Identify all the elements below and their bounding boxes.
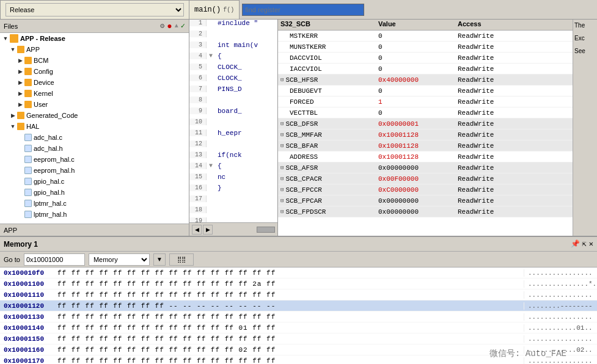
- reg-access: ReadWrite: [455, 197, 573, 205]
- register-row[interactable]: VECTTBL 0 ReadWrite: [278, 107, 573, 118]
- tree-item-gpio-c[interactable]: gpio_hal.c: [0, 176, 189, 187]
- tree-item-device[interactable]: ▶ Device: [0, 77, 189, 88]
- mem-addr: 0x10001170: [0, 357, 55, 365]
- tree-item-config[interactable]: ▶ Config: [0, 66, 189, 77]
- find-register-input[interactable]: [242, 4, 364, 16]
- goto-input[interactable]: [24, 253, 85, 266]
- folder-icon-user: [24, 101, 32, 108]
- tree-item-eeprom-c[interactable]: eeprom_hal.c: [0, 154, 189, 165]
- tree-item-app[interactable]: ▼ APP: [0, 44, 189, 55]
- tree-item-adc-h[interactable]: adc_hal.h: [0, 143, 189, 154]
- nav-right-btn[interactable]: ▶: [203, 225, 213, 235]
- tree-item-gpio-h[interactable]: gpio_hal.h: [0, 187, 189, 198]
- reg-expand-icon[interactable]: ⊟: [280, 208, 284, 215]
- register-row[interactable]: DEBUGEVT 0 ReadWrite: [278, 86, 573, 96]
- memory-row: 0x10001160 ff ff ff ff ff ff ff ff ff ff…: [0, 344, 597, 355]
- mem-ascii: ...............*.: [524, 280, 597, 288]
- reg-expand-icon[interactable]: ⊟: [280, 186, 284, 193]
- register-row[interactable]: FORCED 1 ReadWrite: [278, 96, 573, 107]
- folder-icon-app-release: [10, 34, 18, 43]
- reg-name-text: FORCED: [290, 98, 314, 106]
- reg-name: ⊟ SCB_CPACR: [278, 175, 376, 183]
- mem-bytes: ff ff ff ff ff ff ff ff ff ff ff ff ff 0…: [55, 324, 524, 332]
- register-row[interactable]: ⊟ SCB_FPCCR 0xC0000000 ReadWrite: [278, 184, 573, 195]
- register-row[interactable]: ⊟ SCB_HFSR 0x40000000 ReadWrite: [278, 75, 573, 86]
- tree-item-kernel[interactable]: ▶ Kernel: [0, 88, 189, 99]
- file-tree-header: Files ⚙ ● ▲ ✓: [0, 20, 189, 33]
- code-line: 10: [189, 118, 277, 129]
- memory-float-icon[interactable]: ⇱: [582, 239, 587, 249]
- reg-name: ⊟ SCB_BFAR: [278, 142, 376, 150]
- expand-icon-user: ▶: [17, 101, 23, 107]
- line-code: #include ": [215, 20, 258, 27]
- register-row[interactable]: ⊟ SCB_BFAR 0x10001128 ReadWrite: [278, 140, 573, 151]
- register-row[interactable]: ⊟ SCB_CPACR 0x00F00000 ReadWrite: [278, 173, 573, 184]
- register-row[interactable]: ADDRESS 0x10001128 ReadWrite: [278, 151, 573, 162]
- register-row[interactable]: ⊟ SCB_FPCAR 0x00000000 ReadWrite: [278, 195, 573, 206]
- memory-columns-btn[interactable]: ⣿⣿: [169, 253, 194, 266]
- reg-expand-icon[interactable]: ⊟: [280, 120, 284, 127]
- reg-value: 0: [376, 87, 455, 95]
- register-row[interactable]: ⊟ SCB_MMFAR 0x10001128 ReadWrite: [278, 129, 573, 140]
- file-tree-bottom: APP: [0, 224, 189, 236]
- tree-item-hal[interactable]: ▼ HAL: [0, 121, 189, 132]
- reg-name-text: ADDRESS: [290, 153, 318, 161]
- tree-item-adc-c[interactable]: adc_hal.c: [0, 132, 189, 143]
- reg-access: ReadWrite: [455, 164, 573, 172]
- register-row[interactable]: MUNSTKERR 0 ReadWrite: [278, 42, 573, 53]
- tree-item-eeprom-h[interactable]: eeprom_hal.h: [0, 165, 189, 176]
- nav-left-btn[interactable]: ◀: [192, 225, 202, 235]
- tree-item-app-release[interactable]: ▼ APP - Release: [0, 33, 189, 44]
- reg-expand-icon[interactable]: ⊟: [280, 131, 284, 138]
- expand-icon-hal: ▼: [10, 123, 16, 129]
- reg-expand-icon[interactable]: ⊟: [280, 142, 284, 149]
- memory-type-select[interactable]: Memory: [89, 253, 150, 266]
- memory-row: 0x10001100 ff ff ff ff ff ff ff ff ff ff…: [0, 278, 597, 289]
- reg-name: ⊟ SCB_FPDSCR: [278, 208, 376, 216]
- memory-panel: Memory 1 📌 ⇱ ✕ Go to Memory ▼ ⣿⣿ 0x10001…: [0, 236, 597, 364]
- reg-name-text: SCB_FPCAR: [285, 197, 321, 205]
- reg-expand-icon[interactable]: ⊟: [280, 76, 284, 83]
- release-dropdown-container[interactable]: Release: [0, 0, 189, 19]
- mem-ascii: ................: [524, 357, 597, 365]
- reg-value: 0: [376, 109, 455, 117]
- memory-nav-down-btn[interactable]: ▼: [153, 253, 166, 266]
- reg-access: ReadWrite: [455, 54, 573, 62]
- tree-item-generated[interactable]: ▶ Generated_Code: [0, 110, 189, 121]
- register-row[interactable]: IACCVIOL 0 ReadWrite: [278, 64, 573, 75]
- register-row[interactable]: ⊟ SCB_AFSR 0x00000000 ReadWrite: [278, 162, 573, 173]
- tree-item-lptmr-c[interactable]: lptmr_hal.c: [0, 198, 189, 209]
- tree-item-user[interactable]: ▶ User: [0, 99, 189, 110]
- bottom-label: APP: [4, 227, 17, 234]
- tree-item-bcm[interactable]: ▶ BCM: [0, 55, 189, 66]
- register-row[interactable]: MSTKERR 0 ReadWrite: [278, 31, 573, 42]
- gear-icon[interactable]: ⚙: [160, 21, 164, 31]
- far-right-label-2: Exc: [574, 35, 596, 42]
- release-dropdown[interactable]: Release: [5, 3, 184, 16]
- mem-bytes: ff ff ff ff ff ff ff ff ff ff ff ff ff f…: [55, 357, 524, 365]
- check-icon: ✓: [181, 21, 185, 31]
- reg-expand-icon[interactable]: ⊟: [280, 164, 284, 171]
- reg-value: 0x10001128: [376, 131, 455, 139]
- registers-content: MSTKERR 0 ReadWrite MUNSTKERR 0 ReadWrit…: [278, 31, 573, 236]
- reg-expand-icon[interactable]: ⊟: [280, 175, 284, 182]
- file-icon-gpio-c: [24, 178, 32, 185]
- register-row[interactable]: DACCVIOL 0 ReadWrite: [278, 53, 573, 64]
- mem-ascii: ................: [524, 313, 597, 321]
- line-number: 12: [189, 140, 207, 147]
- main-content: Files ⚙ ● ▲ ✓ ▼ APP - Release ▼ APP: [0, 20, 597, 236]
- line-code: CLOCK_: [215, 75, 242, 82]
- reg-access: ReadWrite: [455, 65, 573, 73]
- reg-expand-icon[interactable]: ⊟: [280, 197, 284, 204]
- line-number: 10: [189, 118, 207, 125]
- memory-pin-icon[interactable]: 📌: [571, 239, 580, 249]
- reg-name: MSTKERR: [278, 32, 376, 40]
- tree-item-lptmr-h[interactable]: lptmr_hal.h: [0, 209, 189, 220]
- memory-close-icon[interactable]: ✕: [589, 239, 593, 249]
- register-row[interactable]: ⊟ SCB_FPDSCR 0x00000000 ReadWrite: [278, 206, 573, 217]
- file-icon-eeprom-h: [24, 167, 32, 174]
- register-row[interactable]: ⊟ SCB_DFSR 0x00000001 ReadWrite: [278, 118, 573, 129]
- line-code: }: [215, 184, 222, 192]
- memory-title: Memory 1: [4, 240, 38, 249]
- main-tab[interactable]: main() f(): [189, 0, 240, 19]
